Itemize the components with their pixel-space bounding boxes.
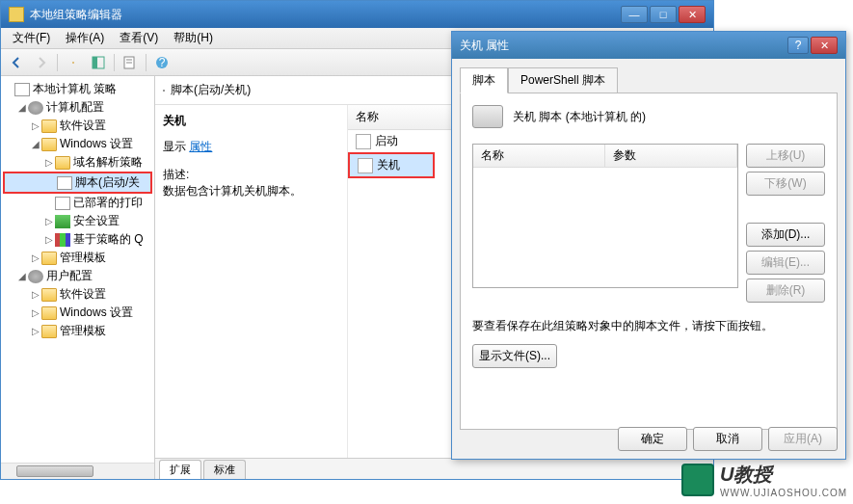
main-titlebar[interactable]: 本地组策略编辑器 — □ ✕: [1, 1, 713, 28]
tree-pane[interactable]: 本地计算机 策略 ◢计算机配置 ▷软件设置 ◢Windows 设置 ▷域名解析策…: [1, 76, 155, 479]
script-icon: [358, 158, 373, 173]
dialog-panel: 关机 脚本 (本地计算机 的) 名称 参数 上移(U) 下移(W) 添加(D).…: [460, 93, 838, 430]
label: 管理模板: [60, 250, 106, 266]
tree-user-software[interactable]: ▷软件设置: [3, 285, 152, 304]
help-button[interactable]: ?: [150, 52, 173, 73]
list-item-shutdown[interactable]: 关机: [348, 152, 435, 178]
show-files-button[interactable]: 显示文件(S)...: [472, 344, 557, 368]
tree-root-label: 本地计算机 策略: [33, 81, 117, 97]
properties-button[interactable]: [119, 52, 142, 73]
col-params[interactable]: 参数: [605, 145, 737, 167]
minimize-button[interactable]: —: [621, 6, 648, 23]
watermark-brand: U教授: [720, 462, 847, 488]
detail-column: 关机 显示 属性 描述: 数据包含计算机关机脚本。: [155, 105, 348, 458]
tree-computer-config[interactable]: ◢计算机配置: [3, 98, 152, 117]
forward-button[interactable]: [30, 52, 53, 73]
back-button[interactable]: [5, 52, 28, 73]
label: 已部署的打印: [73, 195, 143, 211]
tree-policy-qos[interactable]: ▷基于策略的 Q: [3, 230, 152, 249]
app-icon: [9, 7, 24, 22]
dialog-heading: 关机 脚本 (本地计算机 的): [513, 109, 646, 125]
watermark: U教授 WWW.UJIAOSHOU.COM: [681, 462, 847, 498]
show-label: 显示: [163, 140, 186, 153]
label: 关机: [377, 157, 400, 173]
tab-extended[interactable]: 扩展: [159, 460, 201, 479]
tree-windows-settings[interactable]: ◢Windows 设置: [3, 135, 152, 153]
detail-title: 关机: [163, 113, 339, 129]
svg-text:?: ?: [159, 56, 166, 69]
menu-file[interactable]: 文件(F): [5, 28, 58, 48]
tree-deployed-printers[interactable]: 已部署的打印: [3, 194, 152, 212]
tab-powershell[interactable]: PowerShell 脚本: [508, 67, 618, 93]
dialog-close-button[interactable]: ✕: [811, 37, 838, 54]
label: 基于策略的 Q: [73, 231, 144, 248]
script-icon: [356, 134, 371, 149]
tree-admin-templates[interactable]: ▷管理模板: [3, 249, 152, 267]
label: 用户配置: [46, 268, 93, 284]
label: 安全设置: [73, 213, 120, 229]
label: 启动: [375, 133, 398, 149]
menu-view[interactable]: 查看(V): [112, 28, 166, 48]
cancel-button[interactable]: 取消: [693, 427, 762, 451]
dialog-help-button[interactable]: ?: [787, 37, 809, 54]
apply-button[interactable]: 应用(A): [768, 427, 838, 451]
menu-action[interactable]: 操作(A): [58, 28, 112, 48]
move-down-button[interactable]: 下移(W): [746, 172, 825, 196]
tree-dns-policy[interactable]: ▷域名解析策略: [3, 153, 152, 172]
tree-user-config[interactable]: ◢用户配置: [3, 267, 152, 285]
tree-user-admin-templates[interactable]: ▷管理模板: [3, 322, 152, 340]
label: Windows 设置: [60, 136, 133, 152]
tree-hscroll[interactable]: [1, 463, 154, 479]
dialog-tabs: 脚本 PowerShell 脚本: [460, 66, 838, 93]
label: 管理模板: [60, 323, 106, 339]
description-label: 描述:: [163, 167, 339, 183]
remove-button[interactable]: 删除(R): [746, 279, 825, 303]
tree-user-windows[interactable]: ▷Windows 设置: [3, 304, 152, 322]
bottom-tabs: 扩展 标准: [155, 458, 713, 479]
show-hide-button[interactable]: [87, 52, 110, 73]
tab-standard[interactable]: 标准: [203, 460, 246, 479]
dialog-title: 关机 属性: [460, 38, 787, 54]
script-list[interactable]: 名称 参数: [472, 144, 738, 288]
label: 软件设置: [60, 118, 106, 134]
move-up-button[interactable]: 上移(U): [746, 144, 825, 168]
ok-button[interactable]: 确定: [618, 427, 687, 451]
dialog-titlebar[interactable]: 关机 属性 ? ✕: [452, 32, 845, 59]
tree-software-settings[interactable]: ▷软件设置: [3, 117, 152, 135]
script-type-icon: [472, 105, 503, 128]
add-button[interactable]: 添加(D)...: [746, 223, 825, 247]
close-button[interactable]: ✕: [679, 6, 706, 23]
menu-help[interactable]: 帮助(H): [166, 28, 221, 48]
window-title: 本地组策略编辑器: [30, 7, 621, 23]
dialog-note: 要查看保存在此组策略对象中的脚本文件，请按下面按钮。: [472, 318, 825, 334]
label: 计算机配置: [46, 99, 104, 116]
dialog-footer: 确定 取消 应用(A): [618, 427, 838, 451]
label: 软件设置: [60, 286, 106, 303]
shutdown-properties-dialog: 关机 属性 ? ✕ 脚本 PowerShell 脚本 关机 脚本 (本地计算机 …: [451, 31, 846, 460]
label: 脚本(启动/关: [75, 174, 140, 191]
col-name[interactable]: 名称: [473, 145, 605, 167]
watermark-url: WWW.UJIAOSHOU.COM: [720, 488, 847, 498]
maximize-button[interactable]: □: [650, 6, 677, 23]
label: Windows 设置: [60, 305, 133, 321]
tree-security-settings[interactable]: ▷安全设置: [3, 212, 152, 230]
tab-scripts[interactable]: 脚本: [460, 67, 508, 93]
svg-rect-1: [93, 57, 97, 68]
edit-button[interactable]: 编辑(E)...: [746, 251, 825, 275]
header-icon: [163, 90, 165, 92]
watermark-badge-icon: [681, 464, 714, 496]
tree-scripts[interactable]: 脚本(启动/关: [3, 172, 152, 194]
label: 域名解析策略: [73, 154, 143, 171]
description-text: 数据包含计算机关机脚本。: [163, 183, 339, 199]
properties-link[interactable]: 属性: [189, 140, 212, 153]
up-button[interactable]: [62, 52, 85, 73]
content-title: 脚本(启动/关机): [171, 82, 251, 98]
tree-root[interactable]: 本地计算机 策略: [3, 80, 152, 98]
